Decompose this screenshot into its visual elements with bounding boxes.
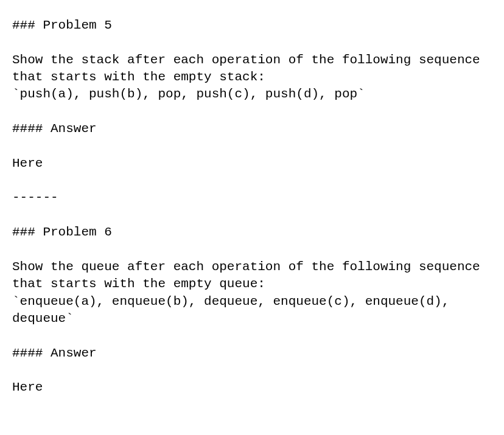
spacer <box>12 241 492 258</box>
spacer <box>12 103 492 120</box>
section-separator: ------ <box>12 189 492 206</box>
problem-6-answer-body: Here <box>12 379 492 396</box>
problem-6-answer-heading: #### Answer <box>12 345 492 362</box>
problem-5-prompt: Show the stack after each operation of t… <box>12 52 492 86</box>
problem-5-answer-heading: #### Answer <box>12 120 492 137</box>
problem-6-prompt: Show the queue after each operation of t… <box>12 259 492 293</box>
spacer <box>12 207 492 224</box>
spacer <box>12 362 492 379</box>
spacer <box>12 327 492 344</box>
spacer <box>12 172 492 189</box>
spacer <box>12 34 492 51</box>
problem-5-answer-body: Here <box>12 155 492 172</box>
problem-5-code: `push(a), push(b), pop, push(c), push(d)… <box>12 86 492 103</box>
problem-6-heading: ### Problem 6 <box>12 224 492 241</box>
problem-6-code: `enqueue(a), enqueue(b), dequeue, enqueu… <box>12 293 492 328</box>
spacer <box>12 137 492 155</box>
problem-5-heading: ### Problem 5 <box>12 17 492 34</box>
